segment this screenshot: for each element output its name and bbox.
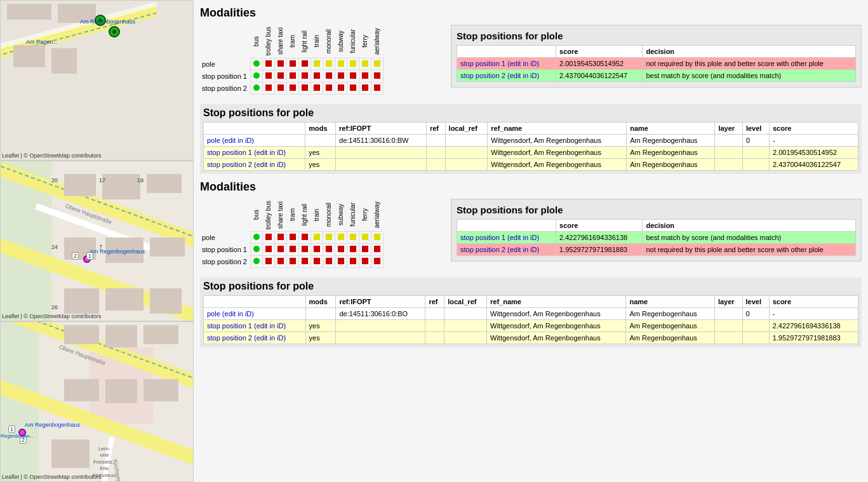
pole-ref xyxy=(426,134,445,146)
pole-layer xyxy=(715,158,743,170)
map-label-bottom: Am Regenbogenhaus xyxy=(25,422,80,428)
pole-score: - xyxy=(769,308,858,320)
sp-link[interactable]: stop position 2 (edit in iD) xyxy=(457,243,556,255)
modality-cell xyxy=(371,232,383,244)
modality-cell xyxy=(371,256,383,268)
row-label: pole xyxy=(200,232,250,244)
leaflet-credit-3: Leaflet | © OpenStreetMap contributors xyxy=(2,474,102,480)
modality-cell xyxy=(262,82,274,94)
pole-score: 1.9529727971981883 xyxy=(769,332,858,344)
map-top: Am Regenbogenhaus Am Regen... Leaflet | … xyxy=(0,0,194,161)
pt-col-refifopt-2: ref:IFOPT xyxy=(336,296,425,308)
pole-link-anchor[interactable]: stop position 1 (edit in iD) xyxy=(207,322,286,330)
col-aerial-1: aerialway xyxy=(372,27,382,56)
modality-cell xyxy=(335,244,347,256)
sp-decision: not required by this plole and better sc… xyxy=(643,58,856,70)
pole-link-anchor[interactable]: stop position 2 (edit in iD) xyxy=(207,161,286,168)
pole-layer xyxy=(715,134,743,146)
pole-link[interactable]: pole (edit in iD) xyxy=(204,308,306,320)
pole-level xyxy=(742,332,769,344)
pt-col-ref-2: ref xyxy=(425,296,444,308)
modality-cell xyxy=(347,256,359,268)
pole-link[interactable]: stop position 2 (edit in iD) xyxy=(204,332,306,344)
modality-cell xyxy=(323,58,335,70)
map-middle: 20 24 26 17 7 19 Obere Hauptstraße Am Re… xyxy=(0,161,194,321)
pole-link-anchor[interactable]: pole (edit in iD) xyxy=(207,137,254,144)
pole-ref xyxy=(425,308,444,320)
pole-link-anchor[interactable]: pole (edit in iD) xyxy=(207,310,254,318)
pole-link-anchor[interactable]: stop position 1 (edit in iD) xyxy=(207,149,286,156)
sp-link-anchor[interactable]: stop position 1 (edit in iD) xyxy=(460,234,539,241)
pole-link[interactable]: stop position 1 (edit in iD) xyxy=(204,320,306,332)
pt-col-name2-1: name xyxy=(627,122,715,134)
pt-col-name2-2 xyxy=(204,296,306,308)
sp-title-2: Stop positions for plole xyxy=(457,204,856,215)
pt-col-name-1 xyxy=(204,122,305,134)
pole-link[interactable]: stop position 1 (edit in iD) xyxy=(204,146,305,158)
pole-ref xyxy=(425,320,444,332)
col-aerial-2: aerialway xyxy=(372,200,382,229)
stop-positions-card-2: Stop positions for plole score decision … xyxy=(451,199,862,262)
pole-refname: Wittgensdorf, Am Regenbogenhaus xyxy=(487,332,626,344)
modality-cell xyxy=(310,82,323,94)
row-label: stop position 2 xyxy=(200,82,250,94)
stop-positions-card-1: Stop positions for plole score decision … xyxy=(451,25,862,88)
modality-cell xyxy=(359,82,371,94)
section-1: Modalities bus trolley bus share taxi tr… xyxy=(200,6,862,95)
pole-refifopt xyxy=(336,158,427,170)
pole-score: - xyxy=(769,134,858,146)
pole-score: 2.4227961694336138 xyxy=(769,320,858,332)
pt-col-level-1: level xyxy=(742,122,769,134)
modalities-container-2: bus trolley bus share taxi tram light ra… xyxy=(200,199,862,269)
modality-cell xyxy=(286,70,298,82)
modality-cell xyxy=(262,70,274,82)
pole-localref xyxy=(444,320,487,332)
modality-cell xyxy=(250,82,262,94)
pole-refname: Wittgensdorf, Am Regenbogenhaus xyxy=(487,320,626,332)
modality-cell xyxy=(286,256,298,268)
modality-cell xyxy=(310,256,323,268)
pt-col-refifopt-1: ref:IFOPT xyxy=(336,122,427,134)
pt-col-layer-1: layer xyxy=(715,122,743,134)
modality-cell xyxy=(323,232,335,244)
pt-col-refname-2: ref_name xyxy=(487,296,626,308)
sp-table-2: score decision stop position 1 (edit in … xyxy=(457,219,856,256)
modality-cell xyxy=(274,256,286,268)
modality-cell xyxy=(359,58,371,70)
pole-mods: yes xyxy=(305,146,336,158)
pole-name: Am Regenbogenhaus xyxy=(626,308,715,320)
pole-refifopt: de:14511:30616:0:BW xyxy=(336,134,427,146)
pole-level xyxy=(742,158,769,170)
pole-link[interactable]: pole (edit in iD) xyxy=(204,134,305,146)
pole-name: Am Regenbogenhaus xyxy=(626,332,715,344)
pole-mods xyxy=(305,134,336,146)
modality-cell xyxy=(286,232,298,244)
sp-link[interactable]: stop position 1 (edit in iD) xyxy=(457,231,556,243)
col-subway-2: subway xyxy=(336,203,345,227)
pole-link-anchor[interactable]: stop position 2 (edit in iD) xyxy=(207,334,286,342)
modality-cell xyxy=(274,82,286,94)
pole-layer xyxy=(714,332,742,344)
col-funi-1: funicular xyxy=(348,28,357,55)
leaflet-credit-1: Leaflet | © OpenStreetMap contributors xyxy=(2,152,102,159)
modality-cell xyxy=(262,244,274,256)
pole-link[interactable]: stop position 2 (edit in iD) xyxy=(204,158,305,170)
pole-mods xyxy=(305,308,336,320)
modality-cell xyxy=(298,232,310,244)
sp-title-1: Stop positions for plole xyxy=(457,30,856,41)
sp-link[interactable]: stop position 1 (edit in iD) xyxy=(457,58,556,70)
sp-link-anchor[interactable]: stop position 2 (edit in iD) xyxy=(460,72,539,79)
modality-cell xyxy=(310,232,323,244)
modality-cell xyxy=(359,232,371,244)
modality-cell xyxy=(250,70,262,82)
col-trolley-2: trolley bus xyxy=(264,199,273,231)
modalities-table-wrap-1: bus trolley bus share taxi tram light ra… xyxy=(200,25,441,95)
modality-cell xyxy=(335,232,347,244)
sp-link-anchor[interactable]: stop position 1 (edit in iD) xyxy=(460,60,539,67)
col-ferry-2: ferry xyxy=(360,207,370,222)
sp-link[interactable]: stop position 2 (edit in iD) xyxy=(457,70,556,82)
modalities-title-1: Modalities xyxy=(200,6,862,20)
modality-cell xyxy=(274,58,286,70)
sp-score: 2.4227961694336138 xyxy=(556,231,643,243)
sp-link-anchor[interactable]: stop position 2 (edit in iD) xyxy=(460,246,539,253)
